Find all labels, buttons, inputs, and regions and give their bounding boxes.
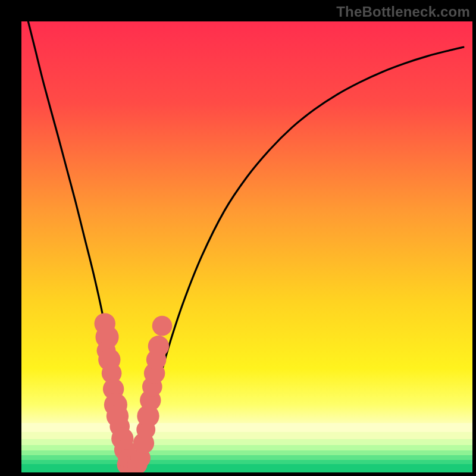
bottleneck-curve — [28, 21, 463, 468]
watermark-text: TheBottleneck.com — [336, 4, 470, 20]
curve-layer — [21, 21, 472, 472]
chart-frame: TheBottleneck.com — [0, 0, 476, 476]
data-point — [152, 316, 173, 336]
plot-area — [21, 21, 472, 472]
data-point — [148, 336, 169, 356]
